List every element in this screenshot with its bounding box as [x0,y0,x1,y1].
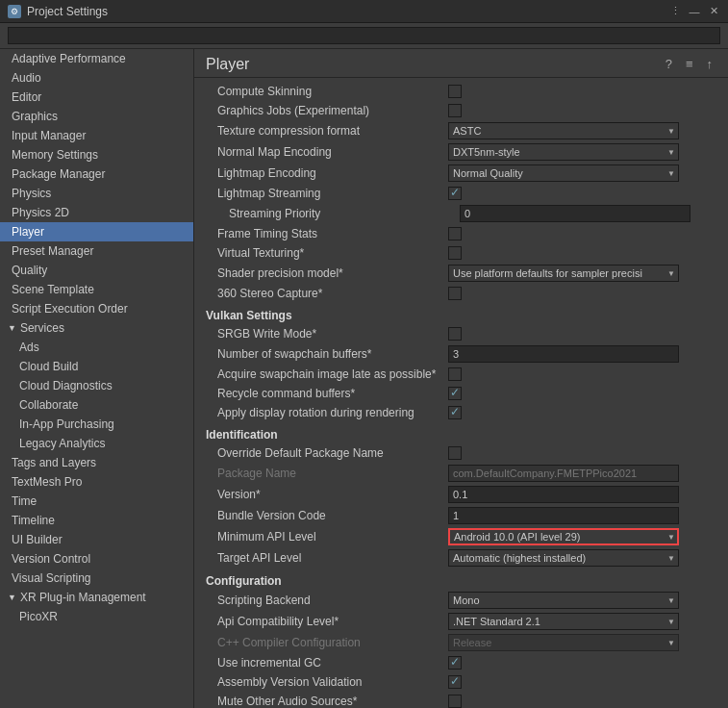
shader-precision-dropdown[interactable]: Use platform defaults for sampler precis… [448,265,679,282]
package-name-input[interactable] [448,465,679,482]
sidebar-item-visual-scripting[interactable]: Visual Scripting [0,569,193,588]
setting-label: 360 Stereo Capture* [217,287,448,300]
scroll-up-button[interactable]: ↑ [703,55,717,73]
sidebar-item-physics[interactable]: Physics [0,184,193,203]
sidebar-item-cloud-diagnostics[interactable]: Cloud Diagnostics [0,376,193,395]
setting-label: Mute Other Audio Sources* [217,695,448,708]
setting-value: Mono [448,592,716,609]
setting-graphics-jobs: Graphics Jobs (Experimental) [194,101,728,120]
sidebar-item-adaptive-performance[interactable]: Adaptive Performance [0,49,193,68]
close-button[interactable]: ✕ [707,5,720,18]
header-icons: ? ≡ ↑ [662,55,716,73]
stereo-capture-checkbox[interactable] [448,287,462,300]
sidebar-item-script-execution-order[interactable]: Script Execution Order [0,299,193,318]
sidebar-item-timeline[interactable]: Timeline [0,511,193,530]
setting-value: Automatic (highest installed) [448,549,716,567]
setting-value [448,406,716,419]
minimum-api-level-dropdown[interactable]: Android 10.0 (API level 29) [448,528,679,545]
sidebar-item-in-app-purchasing[interactable]: In-App Purchasing [0,415,193,434]
srgb-write-checkbox[interactable] [448,327,462,341]
sidebar-item-editor[interactable]: Editor [0,88,193,107]
streaming-priority-input[interactable] [460,205,690,222]
assembly-version-validation-checkbox[interactable] [448,675,462,689]
setting-value [448,446,716,460]
setting-value [448,327,716,341]
setting-lightmap-encoding: Lightmap Encoding Normal Quality [194,163,728,184]
minimize-button[interactable]: — [688,5,701,18]
configuration-header: Configuration [194,569,728,590]
sidebar-item-cloud-build[interactable]: Cloud Build [0,357,193,376]
sidebar-item-tags-and-layers[interactable]: Tags and Layers [0,453,193,472]
setting-value [448,656,716,670]
bundle-version-code-input[interactable] [448,507,679,524]
version-input[interactable] [448,486,679,503]
sidebar-item-input-manager[interactable]: Input Manager [0,126,193,145]
sidebar-item-audio[interactable]: Audio [0,68,193,88]
mute-audio-checkbox[interactable] [448,695,462,708]
recycle-command-buffers-checkbox[interactable] [448,387,462,400]
sidebar-item-textmesh-pro[interactable]: TextMesh Pro [0,472,193,492]
graphics-jobs-checkbox[interactable] [448,104,462,117]
sidebar-section-xr[interactable]: ▼ XR Plug-in Management [0,588,193,607]
sidebar-item-scene-template[interactable]: Scene Template [0,280,193,299]
sidebar-item-physics2d[interactable]: Physics 2D [0,203,193,222]
scripting-backend-dropdown[interactable]: Mono [448,592,679,609]
acquire-swapchain-checkbox[interactable] [448,367,462,381]
content-scroll[interactable]: Compute Skinning Graphics Jobs (Experime… [194,78,728,708]
app-icon: ⚙ [8,5,21,18]
sidebar-item-time[interactable]: Time [0,492,193,511]
setting-value [460,205,716,222]
setting-recycle-command-buffers: Recycle command buffers* [194,384,728,403]
setting-label: Shader precision model* [217,266,448,280]
sidebar-item-collaborate[interactable]: Collaborate [0,395,193,415]
menu-icon-button[interactable]: ≡ [682,55,697,73]
lightmap-encoding-dropdown[interactable]: Normal Quality [448,164,679,182]
target-api-level-dropdown[interactable]: Automatic (highest installed) [448,549,679,567]
compute-skinning-checkbox[interactable] [448,85,462,98]
sidebar-section-services[interactable]: ▼ Services [0,318,193,338]
setting-api-compatibility: Api Compatibility Level* .NET Standard 2… [194,611,728,632]
setting-label: Frame Timing Stats [217,227,448,240]
setting-frame-timing-stats: Frame Timing Stats [194,224,728,243]
setting-label: Minimum API Level [217,530,448,544]
minimum-api-level-wrapper: Android 10.0 (API level 29) [448,528,679,545]
sidebar-item-picoxr[interactable]: PicoXR [0,607,193,626]
search-input[interactable] [8,27,720,44]
sidebar-item-preset-manager[interactable]: Preset Manager [0,241,193,261]
lightmap-streaming-checkbox[interactable] [448,187,462,200]
incremental-gc-checkbox[interactable] [448,656,462,670]
api-compatibility-dropdown[interactable]: .NET Standard 2.1 [448,613,679,630]
sidebar-item-memory-settings[interactable]: Memory Settings [0,145,193,164]
setting-value [448,387,716,400]
menu-button[interactable]: ⋮ [668,5,682,18]
setting-label: Version* [217,488,448,501]
title-bar: ⚙ Project Settings ⋮ — ✕ [0,0,728,23]
setting-minimum-api-level: Minimum API Level Android 10.0 (API leve… [194,526,728,547]
help-button[interactable]: ? [662,55,676,73]
swapchain-buffers-input[interactable] [448,345,679,363]
display-rotation-checkbox[interactable] [448,406,462,419]
setting-display-rotation: Apply display rotation during rendering [194,403,728,422]
normal-map-encoding-dropdown[interactable]: DXT5nm-style [448,143,679,161]
override-package-name-checkbox[interactable] [448,446,462,460]
frame-timing-stats-checkbox[interactable] [448,227,462,240]
sidebar-item-ads[interactable]: Ads [0,338,193,357]
setting-texture-compression: Texture compression format ASTC [194,120,728,141]
sidebar-item-ui-builder[interactable]: UI Builder [0,530,193,549]
sidebar-item-quality[interactable]: Quality [0,261,193,280]
sidebar-item-graphics[interactable]: Graphics [0,107,193,126]
texture-compression-dropdown[interactable]: ASTC [448,122,679,139]
setting-acquire-swapchain: Acquire swapchain image late as possible… [194,365,728,384]
sidebar-item-package-manager[interactable]: Package Manager [0,164,193,184]
sidebar-item-version-control[interactable]: Version Control [0,549,193,569]
setting-mute-audio: Mute Other Audio Sources* [194,692,728,708]
virtual-texturing-checkbox[interactable] [448,246,462,260]
cpp-compiler-wrapper: Release [448,634,679,651]
shader-precision-wrapper: Use platform defaults for sampler precis… [448,265,679,282]
setting-value: .NET Standard 2.1 [448,613,716,630]
setting-value: Normal Quality [448,164,716,182]
sidebar-item-player[interactable]: Player [0,222,193,241]
sidebar-item-legacy-analytics[interactable]: Legacy Analytics [0,434,193,453]
setting-label: Graphics Jobs (Experimental) [217,104,448,117]
setting-value [448,246,716,260]
